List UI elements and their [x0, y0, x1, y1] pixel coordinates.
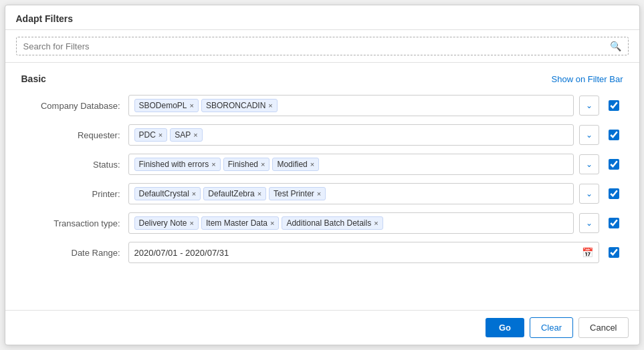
- form-row: Printer:DefaultCrystal×DefaultZebra×Test…: [21, 183, 623, 204]
- section-title: Basic: [21, 73, 46, 84]
- tag-close-button[interactable]: ×: [211, 161, 215, 168]
- tag-label: DefaultCrystal: [139, 189, 189, 198]
- search-bar: 🔍: [16, 37, 629, 55]
- checkbox-wrapper: [605, 214, 623, 232]
- tag-label: Finished: [228, 160, 258, 169]
- section-header: Basic Show on Filter Bar: [21, 73, 623, 84]
- tag-label: SAP: [175, 130, 191, 140]
- tag: SBORONCADIN×: [201, 99, 278, 112]
- dialog-footer: Go Clear Cancel: [5, 310, 639, 345]
- tag: DefaultCrystal×: [134, 187, 201, 200]
- search-bar-wrapper: 🔍: [5, 30, 639, 63]
- tag-close-button[interactable]: ×: [190, 220, 194, 227]
- form-row: Date Range:2020/07/01 - 2020/07/31📅: [21, 242, 623, 263]
- tag: DefaultZebra×: [203, 187, 266, 200]
- tag-label: Modified: [277, 160, 307, 169]
- tag-label: Delivery Note: [139, 218, 187, 228]
- form-row: Transaction type:Delivery Note×Item Mast…: [21, 212, 623, 234]
- tag-close-button[interactable]: ×: [317, 190, 321, 198]
- dialog-body: Basic Show on Filter Bar Company Databas…: [5, 63, 639, 310]
- show-filter-bar-button[interactable]: Show on Filter Bar: [552, 74, 623, 84]
- field-label: Status:: [21, 160, 128, 170]
- form-row: Status:Finished with errors×Finished×Mod…: [21, 154, 623, 175]
- field-wrapper: SBODemoPL×SBORONCADIN×⌄: [128, 95, 623, 116]
- adapt-filters-dialog: Adapt Filters 🔍 Basic Show on Filter Bar…: [5, 5, 640, 345]
- tag: Test Printer×: [269, 187, 326, 200]
- tag-close-button[interactable]: ×: [261, 161, 265, 168]
- checkbox-wrapper: [605, 96, 623, 115]
- form-row: Requester:PDC×SAP×⌄: [21, 124, 623, 146]
- tag-label: Item Master Data: [206, 218, 267, 228]
- tag-close-button[interactable]: ×: [190, 102, 194, 110]
- tag-close-button[interactable]: ×: [257, 190, 261, 198]
- tag-close-button[interactable]: ×: [374, 220, 378, 227]
- field-label: Date Range:: [21, 248, 128, 258]
- field-wrapper: 2020/07/01 - 2020/07/31📅: [128, 242, 623, 263]
- dropdown-button[interactable]: ⌄: [579, 213, 599, 233]
- date-range-input[interactable]: 2020/07/01 - 2020/07/31📅: [128, 242, 599, 263]
- row-checkbox[interactable]: [609, 188, 619, 199]
- dropdown-button[interactable]: ⌄: [579, 96, 599, 116]
- tag-close-button[interactable]: ×: [270, 220, 274, 227]
- dropdown-button[interactable]: ⌄: [579, 125, 599, 145]
- search-input[interactable]: [23, 41, 607, 51]
- tag-input[interactable]: Delivery Note×Item Master Data×Additiona…: [128, 212, 574, 234]
- tag-input[interactable]: SBODemoPL×SBORONCADIN×: [128, 95, 574, 116]
- tag: Item Master Data×: [201, 216, 279, 230]
- tag-input[interactable]: DefaultCrystal×DefaultZebra×Test Printer…: [128, 183, 574, 204]
- field-label: Transaction type:: [21, 218, 128, 228]
- tag-label: Test Printer: [274, 189, 314, 198]
- tag-close-button[interactable]: ×: [158, 132, 163, 139]
- row-checkbox[interactable]: [609, 247, 619, 258]
- dialog-title: Adapt Filters: [5, 5, 639, 30]
- tag-close-button[interactable]: ×: [193, 132, 197, 139]
- calendar-button[interactable]: 📅: [582, 247, 593, 258]
- tag: SAP×: [170, 128, 202, 142]
- tag-input[interactable]: Finished with errors×Finished×Modified×: [128, 154, 574, 175]
- tag-close-button[interactable]: ×: [192, 190, 196, 198]
- tag: Finished×: [223, 158, 270, 171]
- tag-label: PDC: [139, 130, 156, 140]
- date-range-value: 2020/07/01 - 2020/07/31: [134, 248, 582, 258]
- tag: Additional Batch Details×: [282, 216, 383, 230]
- row-checkbox[interactable]: [609, 159, 619, 170]
- cancel-button[interactable]: Cancel: [578, 317, 628, 338]
- go-button[interactable]: Go: [486, 318, 524, 337]
- tag: PDC×: [134, 128, 168, 142]
- field-label: Company Database:: [21, 101, 128, 111]
- field-wrapper: Delivery Note×Item Master Data×Additiona…: [128, 212, 623, 234]
- tag-label: SBORONCADIN: [206, 101, 265, 110]
- tag-label: SBODemoPL: [139, 101, 187, 110]
- form-row: Company Database:SBODemoPL×SBORONCADIN×⌄: [21, 95, 623, 116]
- dropdown-button[interactable]: ⌄: [579, 184, 599, 204]
- tag: SBODemoPL×: [134, 99, 199, 112]
- checkbox-wrapper: [605, 184, 623, 203]
- row-checkbox[interactable]: [609, 100, 619, 111]
- tag-close-button[interactable]: ×: [268, 102, 272, 110]
- row-checkbox[interactable]: [609, 218, 619, 228]
- field-wrapper: PDC×SAP×⌄: [128, 124, 623, 146]
- checkbox-wrapper: [605, 243, 623, 262]
- search-icon: 🔍: [610, 41, 621, 51]
- tag-label: Additional Batch Details: [286, 218, 371, 228]
- tag: Modified×: [272, 158, 319, 171]
- field-wrapper: Finished with errors×Finished×Modified×⌄: [128, 154, 623, 175]
- tag-label: DefaultZebra: [208, 189, 254, 198]
- row-checkbox[interactable]: [609, 130, 619, 140]
- tag-label: Finished with errors: [139, 160, 209, 169]
- tag: Delivery Note×: [134, 216, 199, 230]
- clear-button[interactable]: Clear: [530, 317, 573, 338]
- field-wrapper: DefaultCrystal×DefaultZebra×Test Printer…: [128, 183, 623, 204]
- form-rows: Company Database:SBODemoPL×SBORONCADIN×⌄…: [21, 95, 623, 263]
- checkbox-wrapper: [605, 126, 623, 144]
- tag: Finished with errors×: [134, 158, 221, 171]
- tag-input[interactable]: PDC×SAP×: [128, 124, 574, 146]
- checkbox-wrapper: [605, 155, 623, 174]
- field-label: Requester:: [21, 130, 128, 140]
- tag-close-button[interactable]: ×: [310, 161, 314, 168]
- field-label: Printer:: [21, 189, 128, 199]
- dropdown-button[interactable]: ⌄: [579, 154, 599, 174]
